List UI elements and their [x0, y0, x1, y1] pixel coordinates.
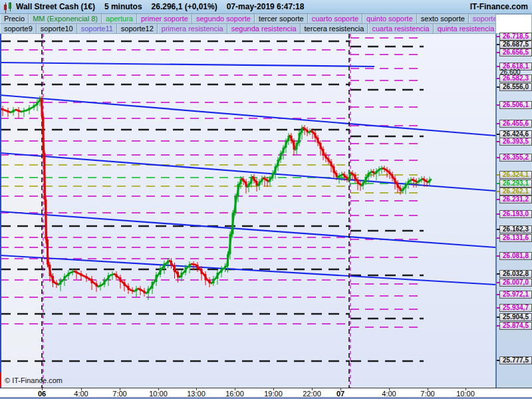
instrument-name: Wall Street Cash (1€): [16, 2, 95, 11]
last-price: 26.296,1: [152, 2, 183, 11]
legend-item-primer-soporte[interactable]: primer soporte: [137, 14, 192, 23]
price-level-label: 26.718,5: [499, 33, 532, 41]
price-level-label: 26.293,1: [499, 180, 532, 188]
title-bar: Wall Street Cash (1€) 5 minutos 26.296,1…: [0, 0, 532, 14]
legend-item-quinto-soporte[interactable]: quinto soporte: [362, 14, 417, 23]
price-level-label: 26.193,0: [499, 210, 532, 218]
price-scale-label: 26.600: [500, 68, 521, 76]
candlestick-icon: [3, 2, 13, 12]
legend-item-cuarto-soporte[interactable]: cuarto soporte: [308, 14, 362, 23]
price-level-label: 25.934,7: [499, 304, 532, 312]
price-level-label: 25.972,1: [499, 291, 532, 299]
price-level-label: 26.687,5: [499, 41, 532, 49]
price-level-label: 26.032,8: [499, 270, 532, 278]
brand-logo: IT-Finance.com: [470, 2, 528, 11]
price-level-label: 26.355,2: [499, 154, 532, 162]
legend-item-segunda-resistencia[interactable]: segunda resistencia: [227, 24, 301, 33]
price-chart[interactable]: [0, 34, 495, 388]
legend-item-soporte12[interactable]: soporte12: [117, 24, 158, 33]
price-level-label: 26.131,6: [499, 234, 532, 242]
previous-day-background: [0, 34, 42, 388]
price-level-label: 26.231,2: [499, 196, 532, 203]
price-level-label: 26.007,0: [499, 279, 532, 287]
price-level-label: 26.393,5: [499, 138, 532, 146]
legend-item-soporte11[interactable]: soporte11: [77, 24, 117, 33]
legend-item-soporte9[interactable]: soporte9: [0, 24, 37, 33]
legend-item-apertura[interactable]: apertura: [102, 14, 137, 23]
price-change: (+0,01%): [185, 2, 217, 11]
plot-background: [0, 34, 495, 388]
legend-item-precio[interactable]: Precio: [0, 14, 29, 23]
legend-item-mm-exponencial-8-[interactable]: MM (Exponencial 8): [29, 14, 102, 23]
price-level-label: 26.656,5: [499, 49, 532, 57]
trading-app-window: Wall Street Cash (1€) 5 minutos 26.296,1…: [0, 0, 532, 399]
price-level-label: 26.324,1: [499, 171, 532, 179]
legend-item-soporte-7[interactable]: soporte 7: [469, 14, 495, 23]
price-level-label: 25.777,5: [499, 356, 532, 364]
price-level-label: 26.162,3: [499, 225, 532, 233]
legend-item-soporte10[interactable]: soporte10: [37, 24, 77, 33]
price-level-label: 25.904,5: [499, 313, 532, 321]
timeframe-label: 5 minutos: [104, 2, 142, 11]
legend-item-segundo-soporte[interactable]: segundo soporte: [192, 14, 255, 23]
legend-item-tercera-resistencia[interactable]: tercera resistencia: [301, 24, 368, 33]
watermark: © IT-Finance.com: [5, 376, 63, 384]
axis-corner-box: [495, 14, 532, 34]
plot-left-border: [0, 34, 1, 388]
legend-item-tercer-soporte[interactable]: tercer soporte: [255, 14, 308, 23]
price-axis[interactable]: 26.718,526.687,526.656,526.618,126.582,3…: [495, 34, 532, 388]
scroll-marker: [0, 372, 1, 387]
price-level-label: 26.081,8: [499, 252, 532, 260]
price-level-label: 26.556,0: [499, 83, 532, 91]
price-level-label: 25.874,5: [499, 322, 532, 330]
price-level-label: 26.455,6: [499, 120, 532, 128]
legend-item-quinta-resistencia[interactable]: quinta resistencia: [434, 24, 495, 33]
legend-item-sexto-soporte[interactable]: sexto soporte: [417, 14, 469, 23]
chart-plot-area[interactable]: © IT-Finance.com: [0, 34, 495, 388]
quote-datetime: 07-may-2019 6:47:18: [227, 2, 305, 11]
price-level-label: 26.506,1: [499, 101, 532, 109]
legend-item-primera-resistencia[interactable]: primera resistencia: [158, 24, 227, 33]
legend-row-2: soporte9soporte10soporte11soporte12prime…: [0, 24, 495, 34]
price-level-label: 26.262,1: [499, 188, 532, 196]
legend-item-cuarta-resistencia[interactable]: cuarta resistencia: [368, 24, 433, 33]
legend-row-1: PrecioMM (Exponencial 8)aperturaprimer s…: [0, 14, 495, 24]
